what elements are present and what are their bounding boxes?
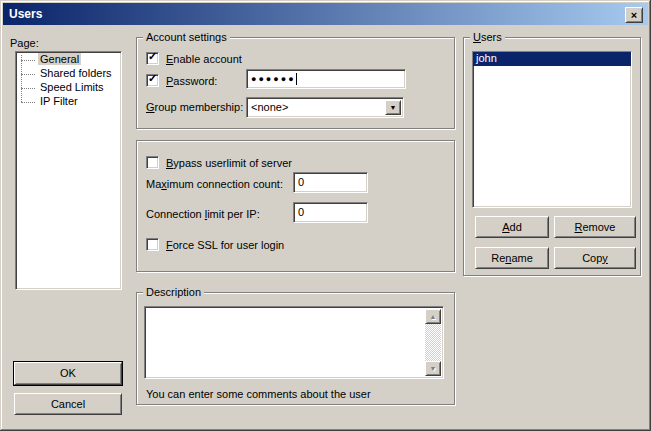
password-checkbox[interactable]: ✓ <box>146 74 159 87</box>
group-membership-label: Group membership: <box>146 101 243 114</box>
scroll-down-button[interactable]: ▼ <box>425 361 441 376</box>
password-input[interactable]: ●●●●●● <box>246 69 406 89</box>
check-icon: ✓ <box>148 72 157 85</box>
close-icon: × <box>631 10 637 21</box>
enable-account-label[interactable]: Enable account <box>166 53 242 66</box>
scroll-up-button[interactable]: ▲ <box>425 309 441 324</box>
password-masked-value: ●●●●●● <box>251 74 296 84</box>
combo-dropdown-button[interactable]: ▼ <box>385 100 401 115</box>
force-ssl-label[interactable]: Force SSL for user login <box>166 239 284 252</box>
scrollbar-track[interactable] <box>425 324 441 361</box>
users-dialog: Users × Page: General Shared folders Spe… <box>0 0 651 431</box>
max-connection-label: Maximum connection count: <box>146 178 283 191</box>
titlebar[interactable]: Users × <box>3 3 648 25</box>
tree-item-ip-filter[interactable]: IP Filter <box>16 95 121 109</box>
group-membership-select[interactable]: <none> ▼ <box>246 97 404 118</box>
enable-account-checkbox[interactable]: ✓ <box>146 52 159 65</box>
user-list-item[interactable]: john <box>473 52 631 66</box>
bypass-userlimit-label[interactable]: Bypass userlimit of server <box>166 157 292 170</box>
text-caret <box>296 73 297 85</box>
copy-user-button[interactable]: Copy <box>554 247 636 269</box>
page-listbox[interactable]: General Shared folders Speed Limits IP F… <box>15 51 122 290</box>
ip-limit-input[interactable]: 0 <box>293 202 368 223</box>
description-title: Description <box>143 286 204 299</box>
close-button[interactable]: × <box>625 7 643 23</box>
max-connection-input[interactable]: 0 <box>293 172 368 193</box>
password-label[interactable]: Password: <box>166 75 217 88</box>
add-user-button[interactable]: Add <box>475 216 549 238</box>
page-label: Page: <box>10 37 39 50</box>
remove-user-button[interactable]: Remove <box>554 216 636 238</box>
arrow-up-icon: ▲ <box>430 313 437 320</box>
tree-branch-icon <box>21 74 35 75</box>
arrow-down-icon: ▼ <box>430 365 437 372</box>
check-icon: ✓ <box>148 50 157 63</box>
tree-branch-icon <box>21 102 35 103</box>
tree-branch-icon <box>21 60 35 61</box>
ip-limit-label: Connection limit per IP: <box>146 208 260 221</box>
ok-button[interactable]: OK <box>14 362 122 385</box>
tree-branch-icon <box>21 88 35 89</box>
users-listbox[interactable]: john <box>472 51 632 208</box>
force-ssl-checkbox[interactable]: ✓ <box>146 238 159 251</box>
max-connection-value: 0 <box>298 176 304 188</box>
tree-item-speed-limits[interactable]: Speed Limits <box>16 81 121 95</box>
description-textarea[interactable]: ▲ ▼ <box>144 306 444 379</box>
rename-user-button[interactable]: Rename <box>475 247 549 269</box>
account-settings-group: Account settings ✓ Enable account ✓ Pass… <box>136 37 455 129</box>
description-scrollbar[interactable]: ▲ ▼ <box>425 309 441 376</box>
users-group: Users john Add Remove Rename Copy <box>463 37 641 276</box>
tree-item-shared-folders[interactable]: Shared folders <box>16 67 121 81</box>
window-title: Users <box>9 7 42 21</box>
ip-limit-value: 0 <box>298 206 304 218</box>
users-title: Users <box>470 31 505 44</box>
account-settings-title: Account settings <box>143 31 230 44</box>
group-membership-value: <none> <box>251 100 288 114</box>
page-tree: General Shared folders Speed Limits IP F… <box>16 52 121 109</box>
description-hint: You can enter some comments about the us… <box>146 388 371 401</box>
bypass-userlimit-checkbox[interactable]: ✓ <box>146 156 159 169</box>
connection-limits-group: ✓ Bypass userlimit of server Maximum con… <box>136 140 455 272</box>
tree-item-general[interactable]: General <box>16 53 121 67</box>
description-group: Description ▲ ▼ You can enter some comme… <box>136 292 455 405</box>
cancel-button[interactable]: Cancel <box>14 393 122 415</box>
chevron-down-icon: ▼ <box>390 104 397 111</box>
